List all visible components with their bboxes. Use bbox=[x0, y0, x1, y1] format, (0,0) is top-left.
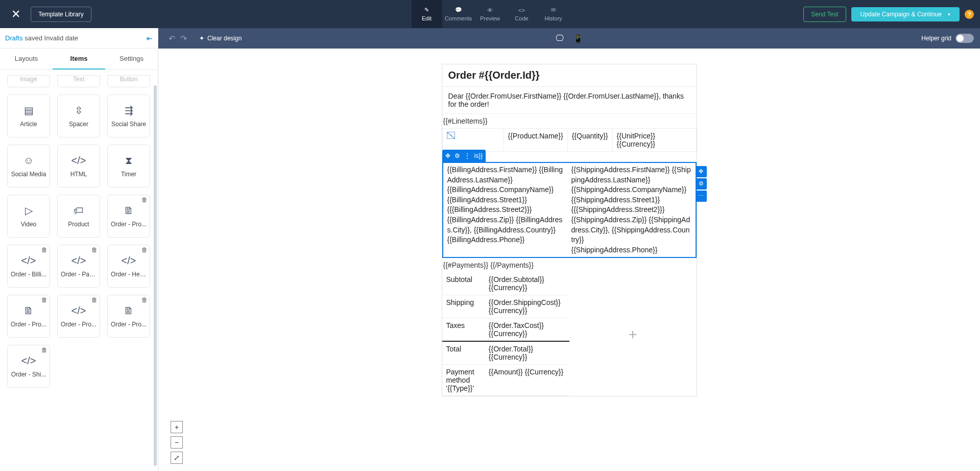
chevron-down-icon: ▾ bbox=[948, 12, 950, 17]
tab-edit[interactable]: ✎ Edit bbox=[412, 0, 442, 28]
tab-history[interactable]: ✉ History bbox=[538, 0, 569, 28]
help-icon[interactable]: ? bbox=[965, 10, 974, 19]
top-right-actions: Send Test Update Campaign & Continue ▾ ? bbox=[803, 7, 974, 22]
tab-history-label: History bbox=[544, 15, 562, 21]
update-campaign-label: Update Campaign & Continue bbox=[861, 11, 942, 18]
tab-preview[interactable]: 👁 Preview bbox=[475, 0, 506, 28]
tab-code-label: Code bbox=[515, 15, 528, 21]
update-campaign-button[interactable]: Update Campaign & Continue ▾ bbox=[851, 7, 960, 21]
top-mode-tabs: ✎ Edit 💬 Comments 👁 Preview <> Code ✉ Hi… bbox=[412, 0, 569, 28]
tab-comments[interactable]: 💬 Comments bbox=[443, 0, 474, 28]
send-test-button[interactable]: Send Test bbox=[803, 7, 846, 22]
comments-icon: 💬 bbox=[455, 7, 462, 13]
tab-comments-label: Comments bbox=[445, 15, 472, 21]
preview-icon: 👁 bbox=[487, 7, 493, 13]
history-icon: ✉ bbox=[551, 7, 556, 13]
template-library-button[interactable]: Template Library bbox=[31, 7, 91, 22]
top-bar: ✕ Template Library ✎ Edit 💬 Comments 👁 P… bbox=[0, 0, 980, 28]
tab-preview-label: Preview bbox=[480, 15, 500, 21]
edit-icon: ✎ bbox=[424, 7, 429, 13]
tab-edit-label: Edit bbox=[422, 15, 432, 21]
close-icon[interactable]: ✕ bbox=[6, 5, 26, 24]
code-icon: <> bbox=[518, 7, 525, 13]
tab-code[interactable]: <> Code bbox=[507, 0, 537, 28]
